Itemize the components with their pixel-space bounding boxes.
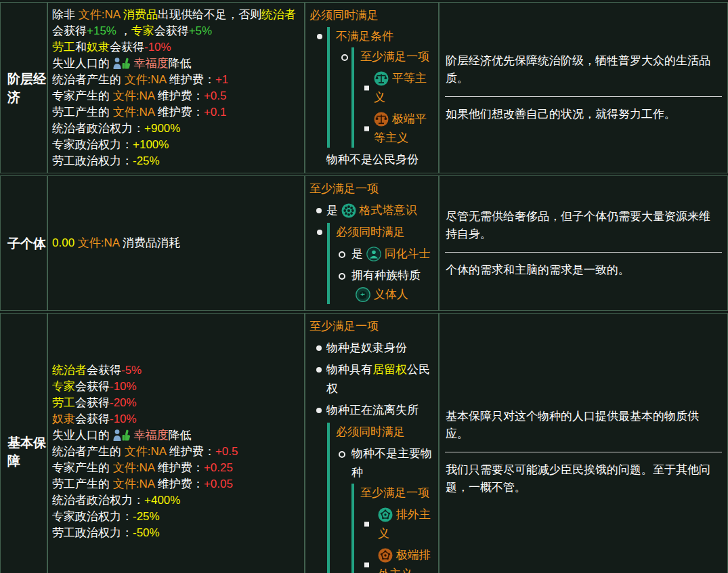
- condition-group-not: 不满足条件 至少满足一项 平等主义 极端平等主义: [327, 27, 435, 148]
- happiness-icon[interactable]: [113, 57, 131, 69]
- text-segment[interactable]: +400%: [144, 494, 180, 507]
- effect-line: 失业人口的 幸福度降低: [52, 427, 300, 444]
- xenophobe-icon[interactable]: [378, 507, 393, 522]
- text-segment: +0.1: [204, 106, 227, 119]
- text-segment: +0.05: [204, 478, 233, 490]
- text-segment[interactable]: +900%: [144, 122, 180, 135]
- text-segment[interactable]: 文件:NA: [113, 461, 154, 474]
- text-segment: 除非: [52, 8, 79, 21]
- effect-line: 专家产生的 文件:NA 维护费：+0.5: [52, 88, 300, 104]
- text-segment[interactable]: 文件:NA: [113, 478, 154, 490]
- text-segment: 会获得: [75, 380, 110, 393]
- text-segment: 降低: [168, 429, 191, 442]
- text-segment: 统治者产生的: [52, 73, 125, 86]
- happiness-icon[interactable]: [113, 429, 131, 441]
- text-segment[interactable]: 奴隶: [52, 412, 75, 425]
- text-segment[interactable]: 文件:NA: [78, 236, 119, 249]
- assimilator-icon[interactable]: [366, 247, 381, 261]
- text-segment: 劳工政治权力：: [52, 154, 133, 167]
- text-segment[interactable]: +100%: [133, 138, 169, 151]
- effect-line: 劳工政治权力：-50%: [52, 525, 300, 541]
- cybernetic-icon[interactable]: [356, 287, 370, 302]
- text-segment[interactable]: 居留权: [372, 363, 407, 376]
- text-segment: 和: [75, 41, 87, 54]
- text-segment[interactable]: 幸福度: [133, 57, 168, 70]
- condition-header: 至少满足一项: [309, 179, 435, 198]
- condition-displaced: 物种正在流离失所: [326, 401, 435, 420]
- condition-ethic-fanatic-egalitarian: 极端平等主义: [360, 110, 435, 148]
- text-segment: 失业人口的: [52, 429, 113, 442]
- text-segment: 是: [326, 204, 341, 217]
- text-segment: -10%: [110, 412, 137, 425]
- condition-text: 物种正在流离失所: [326, 404, 419, 417]
- condition-ethic-fanatic-xenophobe: 极端排外主义: [360, 546, 435, 573]
- effects-cell: 统治者会获得-5%专家会获得-10%劳工会获得-20%奴隶会获得-10%失业人口…: [47, 313, 305, 573]
- text-segment[interactable]: 统治者: [261, 8, 296, 21]
- text-segment[interactable]: 同化斗士: [381, 247, 431, 260]
- text-segment[interactable]: 义体人: [370, 288, 408, 301]
- text-segment[interactable]: 幸福度: [133, 429, 168, 442]
- condition-group-or: 至少满足一项 平等主义 极端平等主义: [351, 47, 435, 148]
- text-segment[interactable]: 文件:NA: [125, 73, 166, 86]
- description-divider: [445, 452, 722, 452]
- description-quote: 如果他们想改善自己的状况，就得努力工作。: [446, 106, 721, 123]
- text-segment: 维护费：: [166, 445, 215, 458]
- text-segment[interactable]: -25%: [133, 510, 160, 523]
- condition-enslaved: 物种是奴隶身份: [326, 339, 435, 358]
- condition-species-not-citizen: 物种不是公民身份: [326, 150, 435, 169]
- condition-has-trait-label: 拥有种族特质: [351, 266, 435, 285]
- effect-line: 专家政治权力：+100%: [52, 137, 300, 153]
- text-segment: 会获得: [52, 24, 87, 37]
- effect-line: 0.00 文件:NA 消费品消耗: [52, 235, 300, 251]
- text-segment: +0.25: [204, 461, 233, 474]
- fanatic-xenophobe-icon[interactable]: [378, 548, 393, 563]
- description-divider: [445, 96, 722, 97]
- description-text: 基本保障只对这个物种的人口提供最基本的物质供应。: [446, 408, 721, 443]
- condition-not-label: 不满足条件: [336, 27, 435, 46]
- text-segment: 专家产生的: [52, 461, 113, 474]
- text-segment[interactable]: 文件:NA: [79, 8, 120, 21]
- text-segment: 会获得: [110, 41, 144, 54]
- text-segment[interactable]: 消费品: [123, 8, 158, 21]
- text-segment[interactable]: 专家: [131, 24, 154, 37]
- description-text: 尽管无需供给奢侈品，但子个体仍需要大量资源来维持自身。: [446, 208, 721, 243]
- text-segment: 维护费：: [154, 461, 204, 474]
- condition-ethic-xenophobe: 排外主义: [360, 505, 435, 543]
- condition-has-trait: 拥有种族特质 义体人: [336, 266, 435, 304]
- text-segment: 劳工政治权力：: [52, 526, 133, 539]
- effect-line: 统治者产生的 文件:NA 维护费：+0.5: [52, 444, 300, 460]
- fanatic-egalitarian-icon[interactable]: [374, 112, 389, 127]
- gestalt-icon[interactable]: [341, 203, 356, 218]
- text-segment[interactable]: 劳工: [52, 41, 75, 54]
- text-segment[interactable]: 劳工: [52, 396, 75, 409]
- text-segment: +0.5: [204, 89, 227, 102]
- effect-line: 统治者产生的 文件:NA 维护费：+1: [52, 72, 300, 88]
- description-cell: 基本保障只对这个物种的人口提供最基本的物质供应。 我们只需要尽可能减少臣民挨饿的…: [439, 313, 728, 573]
- effect-line: 劳工会获得-20%: [52, 395, 300, 411]
- conditions-cell: 必须同时满足 不满足条件 至少满足一项 平等主义 极端平等主义: [305, 2, 439, 173]
- condition-or-label: 至少满足一项: [360, 47, 435, 66]
- text-segment: 劳工产生的: [52, 106, 113, 119]
- effects-list: 0.00 文件:NA 消费品消耗: [52, 235, 300, 251]
- egalitarian-icon[interactable]: [374, 71, 389, 86]
- text-segment[interactable]: 奴隶: [87, 41, 110, 54]
- text-segment[interactable]: 格式塔意识: [356, 204, 417, 217]
- text-segment[interactable]: -25%: [133, 154, 160, 167]
- condition-and-label: 必须同时满足: [336, 223, 435, 242]
- effects-cell: 0.00 文件:NA 消费品消耗: [47, 175, 305, 311]
- text-segment[interactable]: 文件:NA: [125, 445, 166, 458]
- effect-line: 奴隶会获得-10%: [52, 411, 300, 427]
- text-segment[interactable]: -50%: [133, 526, 160, 539]
- text-segment[interactable]: 专家: [52, 380, 75, 393]
- effect-line: 失业人口的 幸福度降低: [52, 56, 300, 72]
- effect-line: 统治者会获得-5%: [52, 362, 300, 379]
- text-segment[interactable]: 文件:NA: [113, 106, 154, 119]
- text-segment: 专家政治权力：: [52, 138, 133, 151]
- living-standard-name: 阶层经济: [0, 2, 47, 173]
- description-text: 阶层经济优先保障统治阶级，牺牲普罗大众的生活品质。: [446, 52, 721, 87]
- text-segment[interactable]: 统治者: [52, 364, 87, 377]
- effect-line: 专家会获得-10%: [52, 379, 300, 395]
- text-segment[interactable]: 0.00: [52, 236, 74, 249]
- text-segment: 统治者政治权力：: [52, 494, 144, 507]
- text-segment[interactable]: 文件:NA: [113, 89, 154, 102]
